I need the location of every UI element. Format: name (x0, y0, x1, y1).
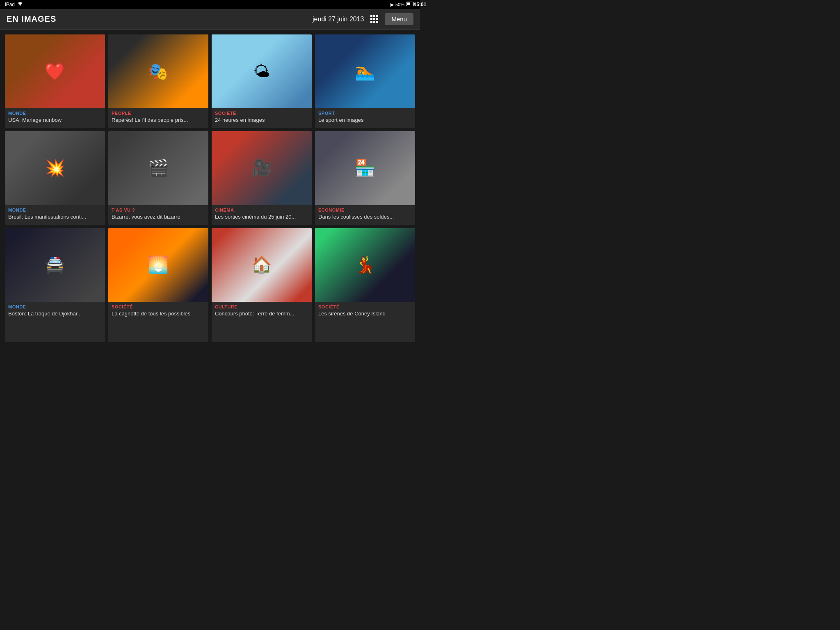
card-category: T'AS VU ? (112, 208, 205, 212)
card-image: 🎭 (108, 34, 208, 108)
status-bar: iPad 15:01 ▶ 50% (0, 0, 420, 9)
card-image-inner: 🚔 (5, 228, 105, 302)
card-category: MONDE (8, 111, 102, 116)
card-image-inner: 🏠 (212, 228, 312, 302)
card-category: SPORT (318, 111, 412, 116)
wifi-icon (17, 2, 23, 7)
card-image: 🏠 (212, 228, 312, 302)
status-left: iPad (5, 2, 23, 7)
card-image-inner: 🎥 (212, 131, 312, 205)
card-image: ❤️ (5, 34, 105, 108)
card-category: SOCIÉTÉ (318, 304, 412, 309)
card-title: Brésil: Les manifestations conti... (8, 214, 102, 221)
card-image: 🌤 (212, 34, 312, 108)
card-info: CINÉMA Les sorties cinéma du 25 juin 20.… (212, 205, 312, 225)
article-card[interactable]: 🎬 T'AS VU ? Bizarre, vous avez dit bizar… (108, 131, 208, 225)
article-card[interactable]: 💥 MONDE Brésil: Les manifestations conti… (5, 131, 105, 225)
card-title: Repérés! Le fil des people pris... (112, 117, 205, 124)
card-image: 🚔 (5, 228, 105, 302)
article-card[interactable]: ❤️ MONDE USA: Mariage rainbow (5, 34, 105, 128)
app-title: EN IMAGES (7, 14, 56, 24)
card-info: SOCIÉTÉ La cagnotte de tous les possible… (108, 302, 208, 322)
card-info: PEOPLE Repérés! Le fil des people pris..… (108, 108, 208, 128)
card-image: 💥 (5, 131, 105, 205)
status-right: ▶ 50% (390, 2, 415, 7)
article-card[interactable]: 💃 SOCIÉTÉ Les sirènes de Coney Island (315, 228, 415, 322)
card-category: PEOPLE (112, 111, 205, 116)
card-info: T'AS VU ? Bizarre, vous avez dit bizarre (108, 205, 208, 225)
card-category: CULTURE (215, 304, 308, 309)
card-category: SOCIÉTÉ (112, 304, 205, 309)
card-info: SOCIÉTÉ 24 heures en images (212, 108, 312, 128)
article-card[interactable]: 🏊 SPORT Le sport en images (315, 34, 415, 128)
card-image-inner: ❤️ (5, 34, 105, 108)
svg-point-0 (20, 5, 21, 6)
card-image: 🏊 (315, 34, 415, 108)
card-title: Boston: La traque de Djokhar... (8, 310, 102, 317)
battery-label: 50% (395, 2, 404, 7)
card-title: 24 heures en images (215, 117, 308, 124)
card-title: Bizarre, vous avez dit bizarre (112, 214, 205, 221)
card-image: 💃 (315, 228, 415, 302)
article-card[interactable]: 🌤 SOCIÉTÉ 24 heures en images (212, 34, 312, 128)
card-image: 🌅 (108, 228, 208, 302)
app-header: EN IMAGES jeudi 27 juin 2013 Menu (0, 9, 420, 30)
card-info: MONDE Brésil: Les manifestations conti..… (5, 205, 105, 225)
card-title: Les sirènes de Coney Island (318, 310, 412, 317)
svg-rect-2 (407, 2, 410, 5)
article-card[interactable]: 🏠 CULTURE Concours photo: Terre de femm.… (212, 228, 312, 322)
card-info: CULTURE Concours photo: Terre de femm... (212, 302, 312, 322)
card-category: MONDE (8, 208, 102, 212)
card-category: ECONOMIE (318, 208, 412, 212)
card-image-inner: 🏪 (315, 131, 415, 205)
card-image: 🏪 (315, 131, 415, 205)
partial-row (5, 322, 415, 342)
card-image-inner: 🎬 (108, 131, 208, 205)
content-area: ❤️ MONDE USA: Mariage rainbow 🎭 PEOPLE R… (0, 30, 420, 347)
partial-card[interactable] (5, 322, 105, 342)
grid-view-button[interactable] (370, 15, 378, 23)
articles-grid: ❤️ MONDE USA: Mariage rainbow 🎭 PEOPLE R… (5, 34, 415, 322)
card-info: MONDE USA: Mariage rainbow (5, 108, 105, 128)
menu-button[interactable]: Menu (385, 13, 413, 25)
card-title: USA: Mariage rainbow (8, 117, 102, 124)
card-title: Dans les coulisses des soldes... (318, 214, 412, 221)
card-info: MONDE Boston: La traque de Djokhar... (5, 302, 105, 322)
card-image: 🎬 (108, 131, 208, 205)
card-image-inner: 💥 (5, 131, 105, 205)
card-image-inner: 💃 (315, 228, 415, 302)
status-time: 15:01 (414, 2, 420, 7)
card-title: La cagnotte de tous les possibles (112, 310, 205, 317)
card-image-inner: 🎭 (108, 34, 208, 108)
card-info: SOCIÉTÉ Les sirènes de Coney Island (315, 302, 415, 322)
card-title: Les sorties cinéma du 25 juin 20... (215, 214, 308, 221)
article-card[interactable]: 🎥 CINÉMA Les sorties cinéma du 25 juin 2… (212, 131, 312, 225)
partial-card[interactable] (315, 322, 415, 342)
location-icon: ▶ (390, 2, 394, 7)
header-right: jeudi 27 juin 2013 Menu (313, 13, 413, 25)
card-image-inner: 🏊 (315, 34, 415, 108)
card-info: SPORT Le sport en images (315, 108, 415, 128)
card-image-inner: 🌅 (108, 228, 208, 302)
header-date: jeudi 27 juin 2013 (313, 16, 364, 23)
card-image: 🎥 (212, 131, 312, 205)
card-title: Le sport en images (318, 117, 412, 124)
partial-card[interactable] (212, 322, 312, 342)
card-category: CINÉMA (215, 208, 308, 212)
card-info: ECONOMIE Dans les coulisses des soldes..… (315, 205, 415, 225)
card-image-inner: 🌤 (212, 34, 312, 108)
card-title: Concours photo: Terre de femm... (215, 310, 308, 317)
article-card[interactable]: 🏪 ECONOMIE Dans les coulisses des soldes… (315, 131, 415, 225)
card-category: SOCIÉTÉ (215, 111, 308, 116)
article-card[interactable]: 🚔 MONDE Boston: La traque de Djokhar... (5, 228, 105, 322)
card-category: MONDE (8, 304, 102, 309)
article-card[interactable]: 🎭 PEOPLE Repérés! Le fil des people pris… (108, 34, 208, 128)
partial-card[interactable] (108, 322, 208, 342)
article-card[interactable]: 🌅 SOCIÉTÉ La cagnotte de tous les possib… (108, 228, 208, 322)
device-label: iPad (5, 2, 15, 7)
